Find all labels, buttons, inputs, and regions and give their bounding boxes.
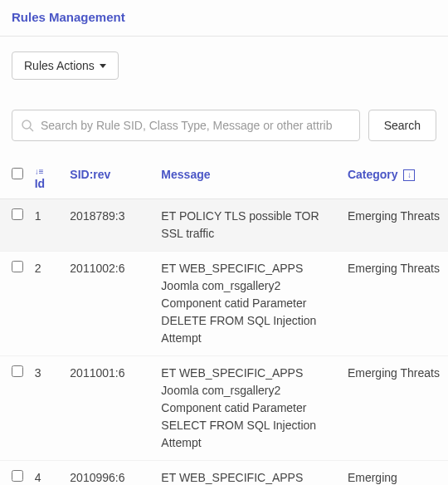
select-all-checkbox[interactable] <box>12 168 23 179</box>
row-category: Emerging <box>341 461 447 486</box>
row-checkbox[interactable] <box>12 208 23 220</box>
row-sid: 2010996:6 <box>63 461 154 486</box>
rules-table: ↓≡ Id SID:rev Message Category ↓ Status … <box>0 159 448 485</box>
row-category: Emerging Threats <box>341 252 447 356</box>
search-input[interactable] <box>41 119 351 132</box>
search-icon <box>21 119 34 132</box>
sort-indicator-icon: ↓≡ <box>35 168 57 176</box>
actions-bar: Rules Actions <box>0 37 448 86</box>
sort-desc-icon: ↓ <box>403 169 415 181</box>
search-box[interactable] <box>12 110 360 141</box>
column-header-category[interactable]: Category ↓ <box>341 159 447 199</box>
row-sid: 2011002:6 <box>63 252 154 356</box>
row-select-cell <box>0 356 28 461</box>
row-category: Emerging Threats <box>341 199 447 252</box>
row-sid: 2011001:6 <box>63 356 154 461</box>
row-select-cell <box>0 252 28 356</box>
row-id: 3 <box>28 356 64 461</box>
row-category: Emerging Threats <box>341 356 447 461</box>
row-checkbox[interactable] <box>12 261 23 272</box>
svg-point-0 <box>22 120 31 129</box>
table-row[interactable]: 42010996:6ET WEB_SPECIFIC_APPSEmerging <box>0 461 448 486</box>
row-message: ET WEB_SPECIFIC_APPS <box>154 461 341 486</box>
table-row[interactable]: 22011002:6ET WEB_SPECIFIC_APPS Joomla co… <box>0 252 448 356</box>
table-row[interactable]: 32011001:6ET WEB_SPECIFIC_APPS Joomla co… <box>0 356 448 461</box>
row-checkbox[interactable] <box>12 470 23 482</box>
column-header-id[interactable]: ↓≡ Id <box>28 159 64 199</box>
row-checkbox[interactable] <box>12 365 23 377</box>
search-button[interactable]: Search <box>368 110 436 141</box>
row-message: ET WEB_SPECIFIC_APPS Joomla com_rsgaller… <box>154 356 341 461</box>
search-bar: Search <box>0 86 448 148</box>
column-header-message[interactable]: Message <box>154 159 341 199</box>
table-row[interactable]: 12018789:3ET POLICY TLS possible TOR SSL… <box>0 199 448 252</box>
column-select-all <box>0 159 28 199</box>
page-title: Rules Management <box>0 0 448 37</box>
row-id: 1 <box>28 199 64 252</box>
row-select-cell <box>0 461 28 486</box>
chevron-down-icon <box>100 64 106 68</box>
row-message: ET WEB_SPECIFIC_APPS Joomla com_rsgaller… <box>154 252 341 356</box>
row-id: 4 <box>28 461 64 486</box>
svg-line-1 <box>30 128 33 131</box>
row-id: 2 <box>28 252 64 356</box>
row-message: ET POLICY TLS possible TOR SSL traffic <box>154 199 341 252</box>
column-header-sid[interactable]: SID:rev <box>63 159 154 199</box>
row-sid: 2018789:3 <box>63 199 154 252</box>
rules-actions-dropdown[interactable]: Rules Actions <box>12 51 119 80</box>
row-select-cell <box>0 199 28 252</box>
rules-actions-label: Rules Actions <box>24 59 95 72</box>
